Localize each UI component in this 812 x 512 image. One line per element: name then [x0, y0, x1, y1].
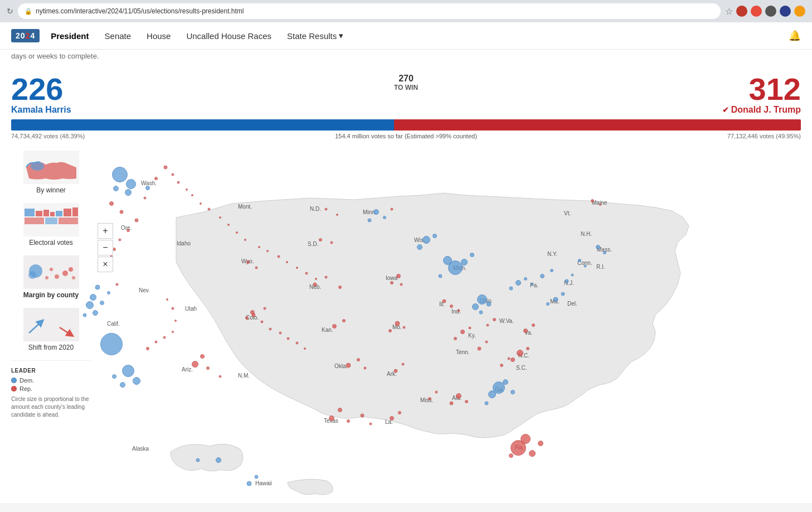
svg-rect-9	[72, 207, 78, 216]
sidebar: By winner	[11, 151, 98, 496]
svg-point-16	[62, 271, 68, 276]
nav-items: President Senate House Uncalled House Ra…	[51, 31, 343, 41]
svg-point-17	[69, 267, 73, 272]
svg-rect-10	[25, 218, 44, 224]
svg-rect-11	[45, 218, 57, 224]
total-votes-label: 154.4 million votes so far (Estimated >9…	[335, 133, 477, 139]
map-option-shift-2020[interactable]: Shift from 2020	[11, 308, 91, 351]
svg-point-20	[45, 276, 48, 279]
logo-text: 2024	[16, 31, 35, 40]
nav-item-state-results[interactable]: State Results ▾	[287, 31, 343, 41]
svg-rect-4	[36, 211, 42, 216]
rep-candidate-name: ✔ Donald J. Trump	[722, 105, 801, 115]
svg-point-21	[72, 276, 75, 279]
addon-icon-5	[794, 6, 805, 17]
rep-ev-count: 312	[749, 74, 801, 105]
addon-icon-4	[780, 6, 791, 17]
svg-point-15	[28, 271, 36, 279]
map-thumb-svg-shift	[23, 308, 79, 341]
legend-note: Circle size is proportional to the amoun…	[11, 395, 91, 419]
svg-rect-5	[43, 210, 49, 216]
svg-point-1	[31, 162, 44, 171]
page: 2024 President Senate House Uncalled Hou…	[0, 22, 812, 503]
browser-bar: ↻ 🔒 nytimes.com/interactive/2024/11/05/u…	[0, 0, 812, 22]
nav-item-uncalled-house[interactable]: Uncalled House Races	[186, 31, 271, 41]
main-nav: 2024 President Senate House Uncalled Hou…	[0, 22, 812, 50]
dem-label: Dem.	[20, 377, 34, 384]
us-map-svg	[98, 151, 801, 503]
map-thumb-svg-electoral	[23, 203, 79, 236]
logo-badge[interactable]: 2024	[11, 29, 40, 42]
subheading: days or weeks to complete.	[0, 50, 812, 65]
dem-ev-count: 226	[11, 74, 71, 105]
to-win-label: 270 TO WIN	[394, 74, 418, 91]
rep-label: Rep.	[20, 385, 32, 392]
map-controls: + − ×	[98, 223, 113, 272]
svg-rect-7	[56, 211, 62, 216]
nav-item-senate[interactable]: Senate	[105, 31, 132, 41]
svg-rect-6	[50, 212, 55, 216]
addon-icon-3	[765, 6, 776, 17]
map-thumb-svg-margin	[23, 255, 79, 289]
url-bar[interactable]: 🔒 nytimes.com/interactive/2024/11/05/us/…	[18, 3, 721, 19]
map-option-margin-label: Margin by county	[23, 291, 79, 299]
map-thumb-svg-by-winner	[23, 151, 79, 184]
legend: LEADER Dem. Rep. Circle size is proporti…	[11, 360, 91, 419]
lock-icon: 🔒	[25, 8, 32, 15]
addon-icon-2	[751, 6, 762, 17]
nav-item-president[interactable]: President	[51, 31, 89, 41]
browser-actions: ☆	[725, 6, 805, 17]
svg-rect-12	[59, 218, 78, 224]
zoom-in-button[interactable]: +	[98, 223, 113, 239]
dropdown-arrow-icon: ▾	[339, 31, 343, 41]
legend-item-rep: Rep.	[11, 385, 91, 392]
dem-bar	[11, 119, 394, 131]
rep-bar	[394, 119, 801, 131]
rep-vote-count: 77,132,446 votes (49.95%)	[727, 133, 801, 139]
svg-point-18	[55, 274, 59, 279]
nav-item-house[interactable]: House	[147, 31, 171, 41]
rep-candidate: 312 ✔ Donald J. Trump	[722, 74, 801, 115]
vote-counts: 74,734,492 votes (48.39%) 154.4 million …	[11, 133, 801, 144]
map-option-by-winner[interactable]: By winner	[11, 151, 91, 194]
svg-point-19	[50, 268, 53, 271]
progress-bar	[11, 119, 801, 131]
map-option-shift-label: Shift from 2020	[28, 344, 74, 351]
notification-bell-icon[interactable]: 🔔	[789, 30, 801, 42]
map-thumb-margin	[23, 255, 79, 289]
legend-title: LEADER	[11, 368, 91, 374]
rep-dot-icon	[11, 386, 17, 392]
dem-vote-count: 74,734,492 votes (48.39%)	[11, 133, 85, 139]
map-thumb-by-winner	[23, 151, 79, 184]
map-option-electoral-votes-label: Electoral votes	[29, 239, 73, 247]
map-thumb-electoral-votes	[23, 203, 79, 236]
map-option-margin-by-county[interactable]: Margin by county	[11, 255, 91, 299]
map-option-by-winner-label: By winner	[36, 186, 66, 194]
dem-candidate-name: Kamala Harris	[11, 105, 71, 115]
addon-icon-1	[736, 6, 747, 17]
map-thumb-shift	[23, 308, 79, 341]
svg-rect-8	[64, 209, 71, 216]
map-area: Wash.Ore.Calif.IdahoNev.UtahAriz.Mont.Wy…	[98, 151, 801, 496]
url-text: nytimes.com/interactive/2024/11/05/us/el…	[36, 7, 244, 15]
zoom-reset-button[interactable]: ×	[98, 257, 113, 272]
zoom-out-button[interactable]: −	[98, 240, 113, 255]
progress-bar-container: 74,734,492 votes (48.39%) 154.4 million …	[11, 119, 801, 144]
legend-item-dem: Dem.	[11, 377, 91, 384]
bookmark-icon[interactable]: ☆	[725, 6, 733, 17]
dem-dot-icon	[11, 378, 17, 383]
browser-reload-icon[interactable]: ↻	[7, 7, 13, 16]
winner-check-icon: ✔	[722, 105, 729, 114]
scoreboard: 226 Kamala Harris 270 TO WIN 312 ✔ Donal…	[0, 65, 812, 115]
map-option-electoral-votes[interactable]: Electoral votes	[11, 203, 91, 247]
svg-rect-22	[23, 308, 79, 341]
main-content: By winner	[0, 144, 812, 503]
dem-candidate: 226 Kamala Harris	[11, 74, 71, 115]
svg-rect-3	[25, 209, 35, 216]
